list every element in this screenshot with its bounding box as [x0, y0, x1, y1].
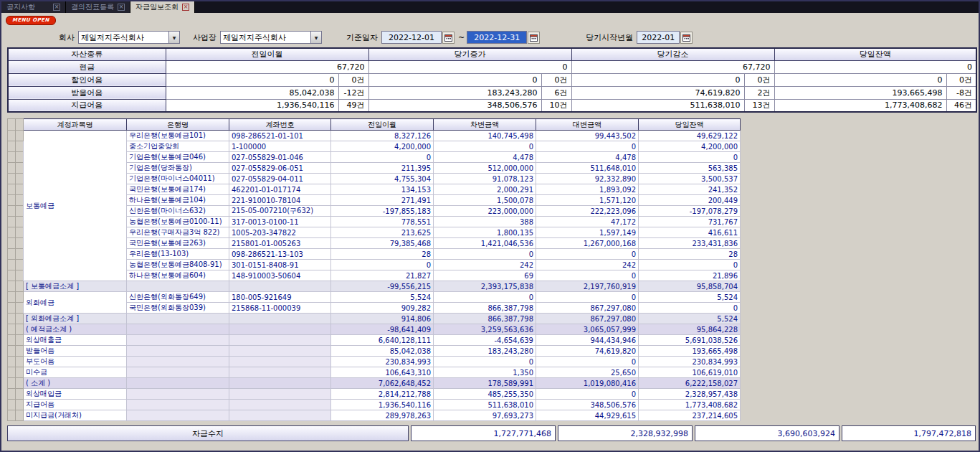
amount-cell: 0	[331, 260, 434, 270]
account-number-cell: 027-055829-01-046	[229, 152, 331, 163]
account-number-cell: 1005-203-347822	[229, 227, 331, 238]
detail-row[interactable]: 미지급금(거래처)289,978,26397,693,27344,929,615…	[8, 410, 741, 421]
amount-cell: 512,000,000	[434, 163, 536, 174]
amount-cell: 5,524	[331, 292, 434, 303]
account-number-cell: 215868-11-000039	[229, 303, 331, 314]
chevron-down-icon[interactable]: ▼	[310, 32, 321, 43]
chevron-down-icon[interactable]: ▼	[168, 32, 179, 43]
amount-cell: -197,855,183	[331, 206, 434, 217]
amount-cell: 79,385,468	[331, 238, 434, 249]
column-header-period-decrease: 당기감소	[571, 48, 774, 60]
detail-row[interactable]: [ 외화예금소계 ]914,806866,387,798867,297,0805…	[8, 314, 741, 324]
calendar-button[interactable]	[680, 32, 693, 44]
amount-cell: 0	[536, 357, 639, 367]
row-indicator	[8, 206, 16, 217]
amount-cell: 2,393,175,838	[434, 281, 536, 292]
fund-detail-table: 계정과목명 은행명 계좌번호 전일이월 차변금액 대변금액 당일잔액 보통예금우…	[7, 118, 741, 421]
calendar-button[interactable]	[442, 32, 455, 44]
amount-cell: 230,834,993	[639, 357, 741, 367]
count-cell: 49건	[338, 99, 368, 112]
detail-row[interactable]: ( 예적금소계 )-98,641,4093,259,563,6363,065,0…	[8, 324, 741, 335]
amount-cell: 0	[166, 73, 338, 86]
asset-type-cell: 지급어음	[8, 99, 166, 112]
amount-cell: 0	[368, 60, 571, 73]
amount-cell: 563,385	[639, 163, 741, 174]
row-indicator	[8, 270, 16, 281]
detail-row[interactable]: [ 보통예금소계 ]-99,556,2152,393,175,8382,197,…	[8, 281, 741, 292]
row-indicator	[8, 281, 16, 292]
tab-bar: 공지사항×결의전표등록×자금일보조회×	[1, 1, 979, 13]
account-group-cell: 외화예금	[24, 292, 127, 314]
detail-row[interactable]: 받을어음85,042,038183,243,28074,619,820193,6…	[8, 346, 741, 357]
column-header-period-increase: 당기증가	[368, 48, 571, 60]
row-indicator-header	[8, 119, 16, 131]
amount-cell: 0	[774, 73, 946, 86]
amount-cell: 193,665,498	[639, 346, 741, 357]
site-select[interactable]: 제일저지주식회사 ▼	[220, 31, 322, 44]
asset-type-cell: 받을어음	[8, 86, 166, 99]
amount-cell: 49,629,122	[639, 131, 741, 141]
calendar-button[interactable]	[528, 32, 540, 44]
company-select[interactable]: 제일저지주식회사 ▼	[78, 31, 180, 44]
row-indicator-header	[16, 119, 24, 131]
detail-row[interactable]: 외화예금신한은행(외화통장649)180-005-9216495,524005,…	[8, 292, 741, 303]
base-date-from-input[interactable]: 2022-12-01	[381, 31, 442, 44]
amount-cell: 222,223,096	[536, 206, 639, 217]
account-name-cell: 받을어음	[24, 346, 127, 357]
tab-inactive[interactable]: 결의전표등록×	[66, 1, 130, 13]
amount-cell: 4,755,304	[331, 174, 434, 184]
tab-close-icon[interactable]: ×	[182, 4, 189, 11]
amount-cell: 866,387,798	[434, 314, 536, 324]
amount-cell: 0	[571, 73, 744, 86]
row-indicator	[16, 314, 24, 324]
account-number-cell: 180-005-921649	[229, 292, 331, 303]
amount-cell: 106,643,310	[331, 367, 434, 378]
amount-cell: 47,172	[536, 217, 639, 227]
account-number-cell: 1-100000	[229, 141, 331, 152]
account-name-cell: 외상매출금	[24, 335, 127, 346]
menu-open-button[interactable]: MENU OPEN	[6, 16, 56, 25]
period-start-input[interactable]: 2022-01	[637, 31, 680, 44]
detail-row[interactable]: 부도어음230,834,99300230,834,993	[8, 357, 741, 367]
amount-cell: 0	[434, 249, 536, 260]
amount-cell: 241,352	[639, 184, 741, 195]
amount-cell: 183,243,280	[368, 86, 541, 99]
bank-name-cell	[127, 281, 229, 292]
account-number-cell: 215-05-007210(구632)	[229, 206, 331, 217]
tab-label: 자금일보조회	[135, 2, 179, 12]
base-date-to-input[interactable]: 2022-12-31	[467, 31, 527, 44]
row-indicator	[16, 335, 24, 346]
row-indicator	[8, 195, 16, 206]
amount-cell: 0	[639, 152, 741, 163]
amount-cell: 21,896	[639, 270, 741, 281]
tab-inactive[interactable]: 공지사항×	[1, 1, 66, 13]
detail-row[interactable]: 미수금106,643,3101,35025,650106,619,010	[8, 367, 741, 378]
amount-cell: 1,773,408,682	[774, 99, 946, 112]
row-indicator	[16, 303, 24, 314]
account-number-cell	[229, 357, 331, 367]
detail-row[interactable]: 보통예금우리은행(보통예금101)098-286521-01-1018,327,…	[8, 131, 741, 141]
amount-cell: 731,767	[639, 217, 741, 227]
summary-row: 지급어음1,936,540,11649건348,506,57610건511,63…	[8, 99, 976, 112]
amount-cell: 271,491	[331, 195, 434, 206]
amount-cell: 0	[536, 270, 639, 281]
amount-cell: 28	[331, 249, 434, 260]
calendar-icon	[530, 34, 538, 42]
detail-row[interactable]: 지급어음1,936,540,116511,638,010348,506,5761…	[8, 400, 741, 410]
row-indicator	[8, 324, 16, 335]
account-number-cell: 462201-01-017174	[229, 184, 331, 195]
company-select-value: 제일저지주식회사	[79, 32, 168, 43]
detail-row[interactable]: ( 소계 )7,062,648,452178,589,9911,019,080,…	[8, 378, 741, 389]
tab-close-icon[interactable]: ×	[118, 4, 125, 11]
amount-cell: 416,611	[639, 227, 741, 238]
row-indicator	[16, 346, 24, 357]
detail-row[interactable]: 외상매입금2,814,212,788485,255,35002,328,957,…	[8, 389, 741, 400]
detail-row[interactable]: 외상매출금6,640,128,111-4,654,639944,434,9465…	[8, 335, 741, 346]
amount-cell: 511,648,010	[536, 163, 639, 174]
tab-active[interactable]: 자금일보조회×	[130, 1, 195, 13]
row-indicator	[16, 227, 24, 238]
amount-cell: 1,500,078	[434, 195, 536, 206]
tab-close-icon[interactable]: ×	[53, 4, 60, 11]
amount-cell: 0	[639, 303, 741, 314]
amount-cell: 289,978,263	[331, 410, 434, 421]
